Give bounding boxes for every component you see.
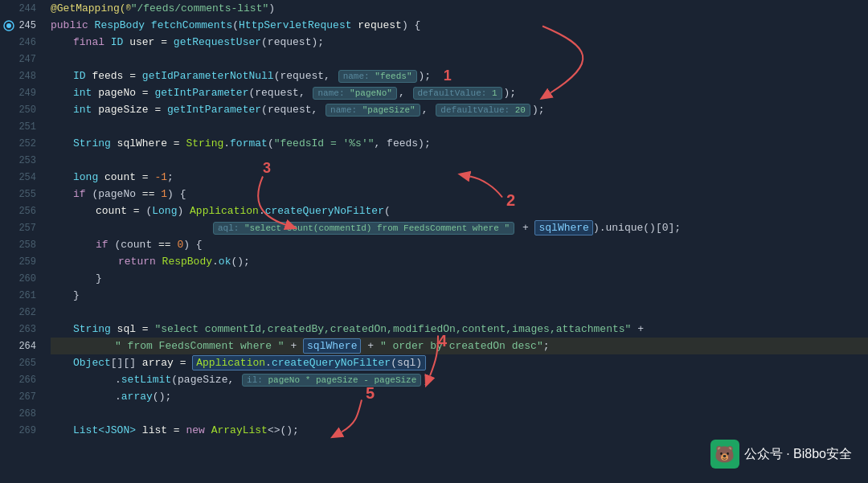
line-num-264: 264 bbox=[0, 338, 44, 354]
code-line-269: List<JSON> list = new ArrayList<>(); bbox=[51, 422, 868, 439]
line-num-244: 244 bbox=[0, 0, 44, 17]
line-num-258: 258 bbox=[0, 236, 44, 253]
code-line-246: final ID user = getRequestUser(request); bbox=[51, 34, 868, 51]
line-num-252: 252 bbox=[0, 135, 44, 152]
code-content: @GetMapping(®"/feeds/comments-list") pub… bbox=[44, 0, 868, 483]
code-line-253 bbox=[51, 152, 868, 169]
code-line-257: aql: "select count(commentId) from Feeds… bbox=[51, 219, 868, 236]
code-line-259: return RespBody.ok(); bbox=[51, 253, 868, 270]
code-line-264: " from FeedsComment where " + sqlWhere +… bbox=[51, 338, 868, 354]
line-num-261: 261 bbox=[0, 287, 44, 304]
line-num-266: 266 bbox=[0, 371, 44, 388]
code-line-256: count = (Long) Application.createQueryNo… bbox=[51, 203, 868, 219]
line-num-268: 268 bbox=[0, 405, 44, 422]
code-line-249: int pageNo = getIntParameter(request, na… bbox=[51, 84, 868, 101]
code-area: 244 245 246 247 248 249 250 251 252 253 … bbox=[0, 0, 868, 483]
code-line-247 bbox=[51, 51, 868, 68]
code-line-266: .setLimit(pageSize, il: pageNo * pageSiz… bbox=[51, 371, 868, 388]
line-num-260: 260 bbox=[0, 270, 44, 287]
line-num-254: 254 bbox=[0, 169, 44, 186]
code-line-255: if (pageNo == 1) { bbox=[51, 186, 868, 203]
code-line-254: long count = -1; bbox=[51, 169, 868, 186]
line-num-256: 256 bbox=[0, 203, 44, 219]
code-line-250: int pageSize = getIntParameter(request, … bbox=[51, 101, 868, 118]
line-num-251: 251 bbox=[0, 118, 44, 135]
code-line-248: ID feeds = getIdParameterNotNull(request… bbox=[51, 68, 868, 84]
code-line-244: @GetMapping(®"/feeds/comments-list") bbox=[51, 0, 868, 17]
line-num-249: 249 bbox=[0, 84, 44, 101]
line-num-247: 247 bbox=[0, 51, 44, 68]
line-num-245: 245 bbox=[0, 17, 44, 34]
code-line-267: .array(); bbox=[51, 388, 868, 405]
watermark-text: 公众号 · Bi8bo安全 bbox=[744, 446, 852, 463]
watermark: 🐻 公众号 · Bi8bo安全 bbox=[710, 440, 852, 469]
code-line-262 bbox=[51, 304, 868, 321]
line-num-263: 263 bbox=[0, 321, 44, 338]
line-num-250: 250 bbox=[0, 101, 44, 118]
code-line-245: public RespBody fetchComments(HttpServle… bbox=[51, 17, 868, 34]
svg-point-1 bbox=[6, 23, 11, 28]
code-line-261: } bbox=[51, 287, 868, 304]
code-line-265: Object[][] array = Application.createQue… bbox=[51, 354, 868, 371]
code-line-263: String sql = "select commentId,createdBy… bbox=[51, 321, 868, 338]
watermark-icon: 🐻 bbox=[710, 440, 739, 469]
code-line-260: } bbox=[51, 270, 868, 287]
line-num-248: 248 bbox=[0, 68, 44, 84]
code-line-251 bbox=[51, 118, 868, 135]
line-num-246: 246 bbox=[0, 34, 44, 51]
line-numbers: 244 245 246 247 248 249 250 251 252 253 … bbox=[0, 0, 44, 483]
line-num-267: 267 bbox=[0, 388, 44, 405]
line-num-257: 257 bbox=[0, 219, 44, 236]
line-num-262: 262 bbox=[0, 304, 44, 321]
code-line-268 bbox=[51, 405, 868, 422]
line-num-265: 265 bbox=[0, 354, 44, 371]
code-line-258: if (count == 0) { bbox=[51, 236, 868, 253]
line-num-269: 269 bbox=[0, 422, 44, 439]
code-editor: 244 245 246 247 248 249 250 251 252 253 … bbox=[0, 0, 868, 483]
line-num-259: 259 bbox=[0, 253, 44, 270]
line-num-253: 253 bbox=[0, 152, 44, 169]
line-num-255: 255 bbox=[0, 186, 44, 203]
code-line-252: String sqlWhere = String.format("feedsId… bbox=[51, 135, 868, 152]
